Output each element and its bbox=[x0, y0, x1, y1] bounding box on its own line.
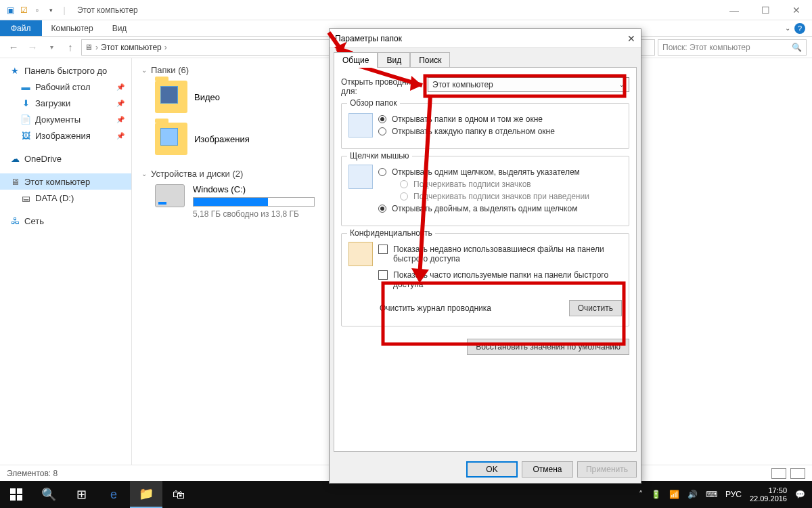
sidebar-label: OneDrive bbox=[24, 154, 62, 164]
properties-icon[interactable]: ☑ bbox=[18, 4, 30, 16]
pin-icon: 📌 bbox=[116, 100, 125, 107]
system-tray: ˄ 🔋 📶 🔊 ⌨ РУС 17:50 22.09.2016 💬 bbox=[639, 486, 812, 503]
network-icon[interactable]: 📶 bbox=[669, 490, 679, 499]
privacy-icon bbox=[348, 242, 373, 266]
folder-icon bbox=[155, 123, 187, 155]
radio-new-window[interactable] bbox=[378, 127, 386, 135]
clock-date: 22.09.2016 bbox=[750, 494, 787, 503]
radio-label: Открывать двойным, а выделять одним щелч… bbox=[392, 204, 577, 213]
input-icon[interactable]: ⌨ bbox=[706, 490, 717, 499]
network-icon: 🖧 bbox=[9, 216, 20, 226]
lang-indicator[interactable]: РУС bbox=[725, 490, 742, 499]
radio-same-window[interactable] bbox=[378, 115, 386, 123]
sidebar-item-data-drive[interactable]: 🖴DATA (D:) bbox=[0, 190, 131, 206]
click-items-group: Щелчки мышью Открывать одним щелчком, вы… bbox=[341, 156, 629, 226]
forward-button[interactable]: → bbox=[24, 39, 41, 56]
task-view-button[interactable]: ⊞ bbox=[65, 481, 97, 508]
sidebar-label: Панель быстрого до bbox=[24, 66, 107, 76]
ok-button[interactable]: OK bbox=[466, 461, 518, 478]
sidebar-item-pictures[interactable]: 🖼Изображения📌 bbox=[0, 127, 131, 144]
recent-dropdown[interactable]: ▾ bbox=[43, 39, 60, 56]
close-icon[interactable]: ✕ bbox=[627, 33, 635, 44]
maximize-button[interactable]: ☐ bbox=[750, 0, 781, 20]
window-titlebar: ▣ ☑ ▫ ▾ | Этот компьютер — ☐ ✕ bbox=[0, 0, 812, 20]
details-view-button[interactable] bbox=[771, 468, 786, 479]
sidebar-item-quick-access[interactable]: ★Панель быстрого до bbox=[0, 62, 131, 79]
clear-button[interactable]: Очистить bbox=[569, 300, 622, 316]
qat-dropdown-icon[interactable]: ▾ bbox=[45, 4, 57, 16]
pc-icon: 🖥 bbox=[85, 43, 93, 52]
clock-time: 17:50 bbox=[750, 486, 787, 494]
view-tab[interactable]: Вид bbox=[103, 20, 137, 36]
sidebar-item-downloads[interactable]: ⬇Загрузки📌 bbox=[0, 95, 131, 111]
chevron-down-icon: ⌄ bbox=[141, 66, 147, 74]
folder-video[interactable]: Видео bbox=[155, 81, 220, 113]
sidebar-item-network[interactable]: 🖧Сеть bbox=[0, 213, 131, 229]
radio-double-click[interactable] bbox=[378, 205, 386, 213]
sidebar-label: Этот компьютер bbox=[24, 177, 90, 187]
notification-icon[interactable]: 💬 bbox=[795, 490, 805, 499]
file-tab[interactable]: Файл bbox=[0, 20, 42, 36]
expand-ribbon-icon[interactable]: ⌄ bbox=[785, 24, 790, 32]
back-button[interactable]: ← bbox=[5, 39, 22, 56]
explorer-button[interactable]: 📁 bbox=[130, 481, 162, 508]
sidebar-item-documents[interactable]: 📄Документы📌 bbox=[0, 111, 131, 127]
documents-icon: 📄 bbox=[20, 114, 31, 125]
quick-access-toolbar: ▣ ☑ ▫ ▾ | bbox=[0, 4, 70, 16]
checkbox-recent-files[interactable] bbox=[378, 245, 388, 254]
svg-rect-2 bbox=[10, 495, 16, 501]
search-button[interactable]: 🔍 bbox=[32, 481, 65, 508]
sidebar-item-this-pc[interactable]: 🖥Этот компьютер bbox=[0, 173, 131, 190]
sidebar-label: DATA (D:) bbox=[35, 193, 74, 203]
sidebar-label: Рабочий стол bbox=[35, 82, 91, 92]
drive-icon: 🖴 bbox=[20, 193, 31, 203]
folder-pictures[interactable]: Изображения bbox=[155, 123, 250, 155]
close-button[interactable]: ✕ bbox=[781, 0, 812, 20]
tray-chevron-icon[interactable]: ˄ bbox=[639, 490, 643, 499]
new-folder-icon[interactable]: ▫ bbox=[31, 4, 43, 16]
apply-button[interactable]: Применить bbox=[577, 461, 637, 478]
up-button[interactable]: ↑ bbox=[62, 39, 78, 56]
restore-defaults-button[interactable]: Восстановить значения по умолчанию bbox=[467, 339, 629, 355]
radio-label: Открывать каждую папку в отдельном окне bbox=[392, 127, 555, 136]
breadcrumb[interactable]: Этот компьютер bbox=[101, 43, 162, 52]
store-button[interactable]: 🛍 bbox=[162, 481, 195, 508]
start-button[interactable] bbox=[0, 481, 32, 508]
qat-sep: | bbox=[58, 4, 70, 16]
folder-label: Видео bbox=[194, 92, 220, 102]
tab-general[interactable]: Общие bbox=[334, 52, 378, 68]
minimize-button[interactable]: — bbox=[719, 0, 750, 20]
pin-icon: 📌 bbox=[116, 83, 125, 91]
dialog-title: Параметры папок bbox=[335, 34, 402, 43]
open-explorer-dropdown[interactable]: Этот компьютер ⌄ bbox=[428, 77, 629, 92]
battery-icon[interactable]: 🔋 bbox=[651, 490, 661, 499]
sidebar-item-onedrive[interactable]: ☁OneDrive bbox=[0, 150, 131, 167]
sidebar-item-desktop[interactable]: ▬Рабочий стол📌 bbox=[0, 79, 131, 95]
app-icon: ▣ bbox=[4, 4, 16, 16]
dialog-tabs: Общие Вид Поиск bbox=[330, 48, 641, 68]
large-icons-view-button[interactable] bbox=[790, 468, 805, 479]
sidebar-label: Сеть bbox=[24, 216, 44, 226]
group-label: Щелчки мышью bbox=[347, 151, 412, 161]
radio-single-click[interactable] bbox=[378, 168, 386, 176]
radio-label: Подчеркивать подписи значков bbox=[413, 179, 531, 189]
edge-button[interactable]: e bbox=[97, 481, 130, 508]
onedrive-icon: ☁ bbox=[9, 154, 20, 164]
search-input[interactable]: Поиск: Этот компьютер 🔍 bbox=[658, 39, 807, 56]
volume-icon[interactable]: 🔊 bbox=[687, 490, 698, 499]
dropdown-value: Этот компьютер bbox=[432, 80, 493, 89]
clock[interactable]: 17:50 22.09.2016 bbox=[750, 486, 787, 503]
computer-tab[interactable]: Компьютер bbox=[42, 20, 103, 36]
svg-rect-1 bbox=[17, 488, 22, 494]
cancel-button[interactable]: Отмена bbox=[522, 461, 573, 478]
drive-icon bbox=[155, 184, 185, 207]
radio-label: Подчеркивать подписи значков при наведен… bbox=[413, 192, 589, 201]
taskbar: 🔍 ⊞ e 📁 🛍 ˄ 🔋 📶 🔊 ⌨ РУС 17:50 22.09.2016… bbox=[0, 481, 812, 508]
clear-history-label: Очистить журнал проводника bbox=[380, 303, 491, 313]
dialog-titlebar[interactable]: Параметры папок ✕ bbox=[330, 29, 641, 48]
checkbox-frequent-folders[interactable] bbox=[378, 270, 388, 280]
help-icon[interactable]: ? bbox=[794, 23, 805, 34]
radio-label: Открывать одним щелчком, выделять указат… bbox=[392, 167, 580, 177]
tab-view[interactable]: Вид bbox=[378, 52, 410, 68]
tab-search[interactable]: Поиск bbox=[410, 52, 450, 68]
